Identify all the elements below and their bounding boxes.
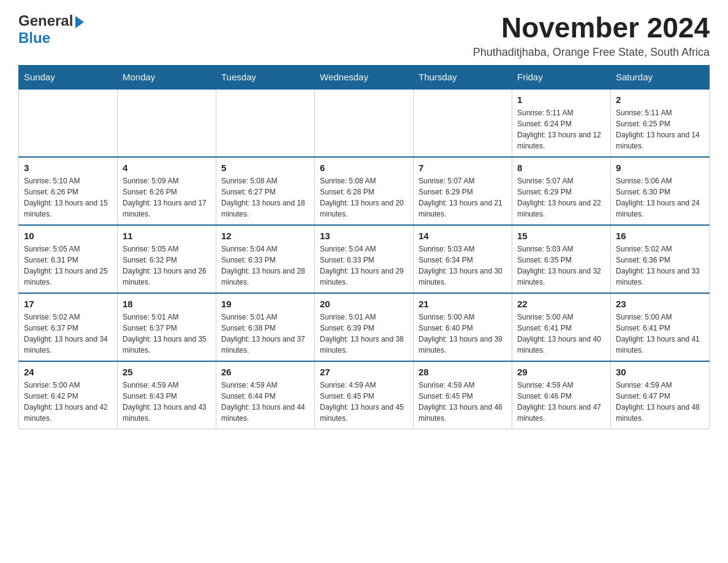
calendar-cell: 18Sunrise: 5:01 AM Sunset: 6:37 PM Dayli…	[118, 293, 216, 361]
calendar-week-row: 10Sunrise: 5:05 AM Sunset: 6:31 PM Dayli…	[19, 225, 710, 293]
day-number: 19	[221, 299, 309, 309]
day-number: 3	[24, 163, 112, 173]
calendar-header-row: SundayMondayTuesdayWednesdayThursdayFrid…	[19, 65, 710, 89]
day-info: Sunrise: 5:07 AM Sunset: 6:29 PM Dayligh…	[419, 175, 507, 220]
calendar-cell: 4Sunrise: 5:09 AM Sunset: 6:26 PM Daylig…	[118, 157, 216, 225]
calendar-cell: 19Sunrise: 5:01 AM Sunset: 6:38 PM Dayli…	[216, 293, 315, 361]
calendar-cell: 24Sunrise: 5:00 AM Sunset: 6:42 PM Dayli…	[19, 361, 118, 429]
calendar-header-tuesday: Tuesday	[216, 65, 315, 89]
day-info: Sunrise: 5:09 AM Sunset: 6:26 PM Dayligh…	[123, 175, 211, 220]
day-number: 23	[616, 299, 704, 309]
day-info: Sunrise: 5:01 AM Sunset: 6:39 PM Dayligh…	[320, 312, 408, 356]
day-info: Sunrise: 5:08 AM Sunset: 6:27 PM Dayligh…	[221, 175, 309, 220]
calendar-cell: 7Sunrise: 5:07 AM Sunset: 6:29 PM Daylig…	[414, 157, 512, 225]
day-number: 12	[221, 231, 309, 241]
calendar-cell	[19, 89, 118, 157]
day-number: 16	[616, 231, 704, 241]
logo: General Blue	[18, 12, 84, 47]
day-info: Sunrise: 5:05 AM Sunset: 6:32 PM Dayligh…	[123, 243, 211, 288]
calendar-cell: 21Sunrise: 5:00 AM Sunset: 6:40 PM Dayli…	[414, 293, 512, 361]
calendar-header-sunday: Sunday	[19, 65, 118, 89]
calendar-cell	[315, 89, 414, 157]
day-info: Sunrise: 5:05 AM Sunset: 6:31 PM Dayligh…	[24, 243, 112, 288]
title-section: November 2024 Phuthaditjhaba, Orange Fre…	[473, 12, 710, 59]
calendar-cell: 16Sunrise: 5:02 AM Sunset: 6:36 PM Dayli…	[611, 225, 710, 293]
calendar-cell: 9Sunrise: 5:06 AM Sunset: 6:30 PM Daylig…	[611, 157, 710, 225]
day-info: Sunrise: 4:59 AM Sunset: 6:44 PM Dayligh…	[221, 380, 309, 424]
day-number: 24	[24, 367, 112, 377]
calendar-week-row: 3Sunrise: 5:10 AM Sunset: 6:26 PM Daylig…	[19, 157, 710, 225]
calendar-cell: 1Sunrise: 5:11 AM Sunset: 6:24 PM Daylig…	[512, 89, 611, 157]
calendar-cell: 25Sunrise: 4:59 AM Sunset: 6:43 PM Dayli…	[118, 361, 216, 429]
day-number: 15	[517, 231, 605, 241]
calendar-cell: 2Sunrise: 5:11 AM Sunset: 6:25 PM Daylig…	[611, 89, 710, 157]
calendar-cell: 10Sunrise: 5:05 AM Sunset: 6:31 PM Dayli…	[19, 225, 118, 293]
day-info: Sunrise: 4:59 AM Sunset: 6:43 PM Dayligh…	[123, 380, 211, 424]
day-number: 21	[419, 299, 507, 309]
calendar-cell: 12Sunrise: 5:04 AM Sunset: 6:33 PM Dayli…	[216, 225, 315, 293]
day-info: Sunrise: 5:02 AM Sunset: 6:36 PM Dayligh…	[616, 243, 704, 288]
calendar-cell	[216, 89, 315, 157]
day-info: Sunrise: 5:06 AM Sunset: 6:30 PM Dayligh…	[616, 175, 704, 220]
day-info: Sunrise: 4:59 AM Sunset: 6:45 PM Dayligh…	[320, 380, 408, 424]
calendar-cell: 28Sunrise: 4:59 AM Sunset: 6:45 PM Dayli…	[414, 361, 512, 429]
day-info: Sunrise: 4:59 AM Sunset: 6:45 PM Dayligh…	[419, 380, 507, 424]
page-header: General Blue November 2024 Phuthaditjhab…	[18, 12, 710, 59]
day-info: Sunrise: 5:10 AM Sunset: 6:26 PM Dayligh…	[24, 175, 112, 220]
day-number: 27	[320, 367, 408, 377]
location-subtitle: Phuthaditjhaba, Orange Free State, South…	[473, 46, 710, 59]
day-info: Sunrise: 4:59 AM Sunset: 6:47 PM Dayligh…	[616, 380, 704, 424]
calendar-header-monday: Monday	[118, 65, 216, 89]
day-info: Sunrise: 5:00 AM Sunset: 6:40 PM Dayligh…	[419, 312, 507, 356]
day-number: 6	[320, 163, 408, 173]
day-info: Sunrise: 5:04 AM Sunset: 6:33 PM Dayligh…	[221, 243, 309, 288]
day-info: Sunrise: 5:07 AM Sunset: 6:29 PM Dayligh…	[517, 175, 605, 220]
calendar-table: SundayMondayTuesdayWednesdayThursdayFrid…	[18, 65, 710, 429]
day-info: Sunrise: 5:02 AM Sunset: 6:37 PM Dayligh…	[24, 312, 112, 356]
calendar-cell: 17Sunrise: 5:02 AM Sunset: 6:37 PM Dayli…	[19, 293, 118, 361]
logo-general-text: General	[18, 12, 84, 29]
calendar-week-row: 1Sunrise: 5:11 AM Sunset: 6:24 PM Daylig…	[19, 89, 710, 157]
day-info: Sunrise: 4:59 AM Sunset: 6:46 PM Dayligh…	[517, 380, 605, 424]
calendar-cell: 14Sunrise: 5:03 AM Sunset: 6:34 PM Dayli…	[414, 225, 512, 293]
day-number: 29	[517, 367, 605, 377]
calendar-cell: 22Sunrise: 5:00 AM Sunset: 6:41 PM Dayli…	[512, 293, 611, 361]
calendar-header-saturday: Saturday	[611, 65, 710, 89]
day-number: 9	[616, 163, 704, 173]
day-info: Sunrise: 5:04 AM Sunset: 6:33 PM Dayligh…	[320, 243, 408, 288]
day-number: 4	[123, 163, 211, 173]
day-number: 5	[221, 163, 309, 173]
day-number: 20	[320, 299, 408, 309]
calendar-cell: 15Sunrise: 5:03 AM Sunset: 6:35 PM Dayli…	[512, 225, 611, 293]
day-number: 17	[24, 299, 112, 309]
calendar-cell: 8Sunrise: 5:07 AM Sunset: 6:29 PM Daylig…	[512, 157, 611, 225]
day-number: 14	[419, 231, 507, 241]
day-number: 30	[616, 367, 704, 377]
day-number: 11	[123, 231, 211, 241]
day-info: Sunrise: 5:00 AM Sunset: 6:42 PM Dayligh…	[24, 380, 112, 424]
day-info: Sunrise: 5:08 AM Sunset: 6:28 PM Dayligh…	[320, 175, 408, 220]
calendar-cell: 5Sunrise: 5:08 AM Sunset: 6:27 PM Daylig…	[216, 157, 315, 225]
day-number: 8	[517, 163, 605, 173]
day-info: Sunrise: 5:00 AM Sunset: 6:41 PM Dayligh…	[616, 312, 704, 356]
day-number: 25	[123, 367, 211, 377]
day-info: Sunrise: 5:03 AM Sunset: 6:34 PM Dayligh…	[419, 243, 507, 288]
calendar-cell: 30Sunrise: 4:59 AM Sunset: 6:47 PM Dayli…	[611, 361, 710, 429]
day-number: 26	[221, 367, 309, 377]
calendar-cell: 13Sunrise: 5:04 AM Sunset: 6:33 PM Dayli…	[315, 225, 414, 293]
calendar-header-wednesday: Wednesday	[315, 65, 414, 89]
day-number: 2	[616, 94, 704, 105]
calendar-cell: 3Sunrise: 5:10 AM Sunset: 6:26 PM Daylig…	[19, 157, 118, 225]
day-info: Sunrise: 5:00 AM Sunset: 6:41 PM Dayligh…	[517, 312, 605, 356]
day-number: 13	[320, 231, 408, 241]
month-title: November 2024	[473, 12, 710, 44]
logo-blue-text: Blue	[18, 29, 50, 47]
calendar-cell: 20Sunrise: 5:01 AM Sunset: 6:39 PM Dayli…	[315, 293, 414, 361]
calendar-cell: 27Sunrise: 4:59 AM Sunset: 6:45 PM Dayli…	[315, 361, 414, 429]
calendar-cell: 26Sunrise: 4:59 AM Sunset: 6:44 PM Dayli…	[216, 361, 315, 429]
calendar-header-friday: Friday	[512, 65, 611, 89]
calendar-cell: 11Sunrise: 5:05 AM Sunset: 6:32 PM Dayli…	[118, 225, 216, 293]
calendar-cell	[414, 89, 512, 157]
day-info: Sunrise: 5:11 AM Sunset: 6:25 PM Dayligh…	[616, 107, 704, 151]
day-info: Sunrise: 5:03 AM Sunset: 6:35 PM Dayligh…	[517, 243, 605, 288]
